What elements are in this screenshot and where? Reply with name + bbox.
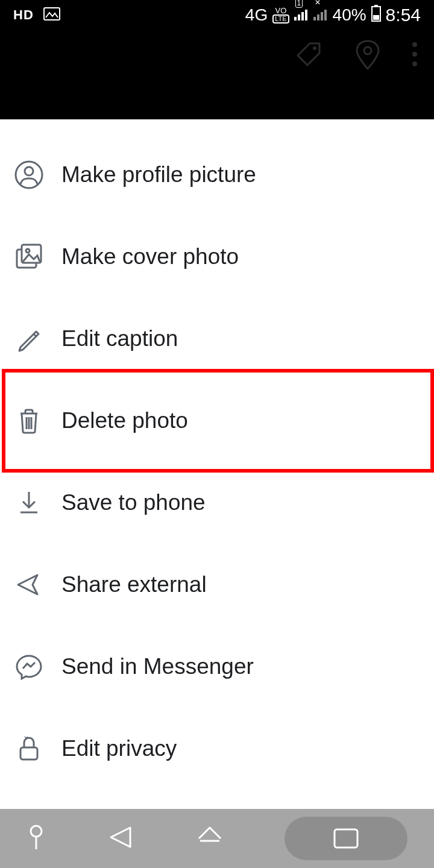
status-left: HD <box>13 5 60 25</box>
menu-item-label: Save to phone <box>61 490 206 515</box>
clock: 8:54 <box>386 5 421 25</box>
menu-item-edit-privacy[interactable]: Edit privacy <box>0 708 434 790</box>
menu-item-label: Make profile picture <box>61 162 256 187</box>
menu-item-delete-photo[interactable]: Delete photo <box>0 380 434 462</box>
download-icon <box>14 488 43 517</box>
svg-rect-11 <box>373 15 379 20</box>
svg-rect-1 <box>294 17 297 20</box>
svg-rect-8 <box>324 10 327 20</box>
menu-item-share-external[interactable]: Share external <box>0 544 434 626</box>
menu-item-label: Share external <box>61 572 207 597</box>
network-type: 4G <box>245 5 268 25</box>
share-icon <box>14 570 43 599</box>
menu-item-label: Make cover photo <box>61 244 239 269</box>
more-icon[interactable] <box>412 39 417 70</box>
sim1-signal-icon: 1 <box>294 5 309 25</box>
photo-options-menu: Make profile picture Make cover photo Ed… <box>0 119 434 868</box>
menu-item-make-cover-photo[interactable]: Make cover photo <box>0 216 434 298</box>
battery-icon <box>371 5 381 26</box>
tag-icon[interactable] <box>294 40 323 69</box>
menu-item-label: Delete photo <box>61 408 188 433</box>
nav-assistant-button[interactable] <box>27 824 46 853</box>
messenger-icon <box>14 652 43 681</box>
svg-rect-3 <box>301 12 304 20</box>
menu-item-edit-caption[interactable]: Edit caption <box>0 298 434 380</box>
image-icon <box>43 5 60 25</box>
sim2-signal-icon: ✕ <box>313 5 328 25</box>
svg-rect-7 <box>321 12 323 20</box>
photos-icon <box>14 242 43 271</box>
photo-top-actions <box>294 39 417 70</box>
svg-rect-5 <box>313 17 316 20</box>
nav-home-button[interactable] <box>195 824 224 853</box>
menu-item-label: Edit caption <box>61 326 178 351</box>
system-nav-bar <box>0 809 434 868</box>
svg-point-15 <box>25 167 33 175</box>
svg-rect-24 <box>335 829 357 848</box>
menu-item-save-to-phone[interactable]: Save to phone <box>0 462 434 544</box>
pencil-icon <box>14 324 43 353</box>
volte-icon: VO LTE <box>272 7 289 24</box>
menu-item-label: Send in Messenger <box>61 654 254 679</box>
battery-percent: 40% <box>333 5 366 25</box>
status-bar: HD 4G VO LTE 1 <box>0 0 434 27</box>
svg-rect-6 <box>317 14 319 20</box>
svg-rect-19 <box>20 747 37 760</box>
app-top-region: HD 4G VO LTE 1 <box>0 0 434 119</box>
hd-indicator: HD <box>13 7 34 23</box>
svg-point-13 <box>364 47 371 54</box>
status-right: 4G VO LTE 1 ✕ <box>245 5 421 26</box>
svg-rect-4 <box>305 10 307 20</box>
menu-item-make-profile-picture[interactable]: Make profile picture <box>0 134 434 216</box>
menu-item-send-in-messenger[interactable]: Send in Messenger <box>0 626 434 708</box>
menu-item-label: Edit privacy <box>61 736 177 761</box>
svg-rect-0 <box>44 8 60 20</box>
person-icon <box>14 160 43 189</box>
nav-back-button[interactable] <box>106 824 135 853</box>
location-icon[interactable] <box>354 39 381 70</box>
svg-rect-2 <box>298 14 300 20</box>
trash-icon <box>14 406 43 435</box>
svg-point-12 <box>313 46 316 50</box>
lock-icon <box>14 734 43 763</box>
nav-recent-button[interactable] <box>285 817 407 860</box>
svg-point-22 <box>31 826 42 837</box>
